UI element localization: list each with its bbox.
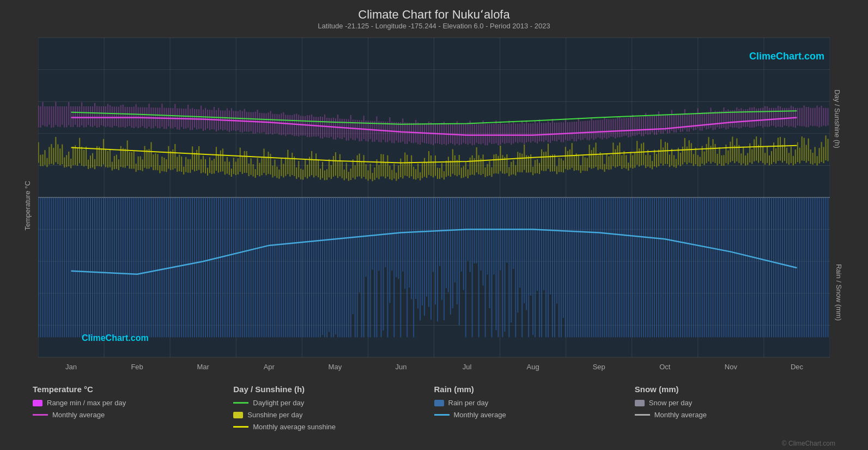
legend-item-sunshine: Sunshine per day xyxy=(233,411,434,419)
legend-area: Temperature °C Range min / max per day M… xyxy=(0,379,868,450)
rain-avg-line xyxy=(434,414,450,416)
legend-item-rain-avg: Monthly average xyxy=(434,411,635,419)
legend-title-temperature: Temperature °C xyxy=(33,385,233,394)
rain-label: Rain per day xyxy=(448,399,489,407)
legend-title-rain: Rain (mm) xyxy=(434,385,635,394)
sunshine-swatch xyxy=(233,412,243,418)
legend-title-snow: Snow (mm) xyxy=(635,385,835,394)
legend-col-rain: Rain (mm) Rain per day Monthly average xyxy=(434,385,635,447)
legend-item-snow: Snow per day xyxy=(635,399,835,407)
legend-col-temperature: Temperature °C Range min / max per day M… xyxy=(33,385,233,447)
sunshine-avg-line xyxy=(233,426,248,428)
snow-label: Snow per day xyxy=(649,399,693,407)
copyright: © ClimeChart.com xyxy=(782,423,835,447)
y-axis-left-label: Temperature °C xyxy=(23,181,32,230)
climate-chart xyxy=(38,32,830,379)
sunshine-label: Sunshine per day xyxy=(247,411,302,419)
snow-avg-line xyxy=(635,414,650,416)
legend-item-rain: Rain per day xyxy=(434,399,635,407)
temp-range-swatch xyxy=(33,400,43,406)
legend-title-sunshine: Day / Sunshine (h) xyxy=(233,385,434,394)
chart-subtitle: Latitude -21.125 - Longitude -175.244 - … xyxy=(0,22,868,30)
y-axis-right-bottom-label: Rain / Snow (mm) xyxy=(834,264,842,321)
title-area: Climate Chart for Nukuʻalofa Latitude -2… xyxy=(0,0,868,32)
legend-item-temp-avg: Monthly average xyxy=(33,411,233,419)
snow-swatch xyxy=(635,400,645,406)
legend-col-snow: Snow (mm) Snow per day Monthly average ©… xyxy=(635,385,835,447)
rain-swatch xyxy=(434,400,444,406)
sunshine-avg-label: Monthly average sunshine xyxy=(253,423,336,431)
legend-item-snow-avg: Monthly average xyxy=(635,411,835,419)
snow-avg-label: Monthly average xyxy=(654,411,707,419)
main-container: Climate Chart for Nukuʻalofa Latitude -2… xyxy=(0,0,868,450)
daylight-label: Daylight per day xyxy=(253,399,304,407)
legend-item-daylight: Daylight per day xyxy=(233,399,434,407)
legend-item-sunshine-avg: Monthly average sunshine xyxy=(233,423,434,431)
y-axis-right-top-label: Day / Sunshine (h) xyxy=(834,89,842,148)
chart-title: Climate Chart for Nukuʻalofa xyxy=(0,8,868,22)
legend-item-temp-range: Range min / max per day xyxy=(33,399,233,407)
legend-col-sunshine: Day / Sunshine (h) Daylight per day Suns… xyxy=(233,385,434,447)
temp-avg-line xyxy=(33,414,48,416)
daylight-line xyxy=(233,402,248,404)
temp-range-label: Range min / max per day xyxy=(47,399,126,407)
rain-avg-label: Monthly average xyxy=(454,411,506,419)
temp-avg-label: Monthly average xyxy=(52,411,105,419)
